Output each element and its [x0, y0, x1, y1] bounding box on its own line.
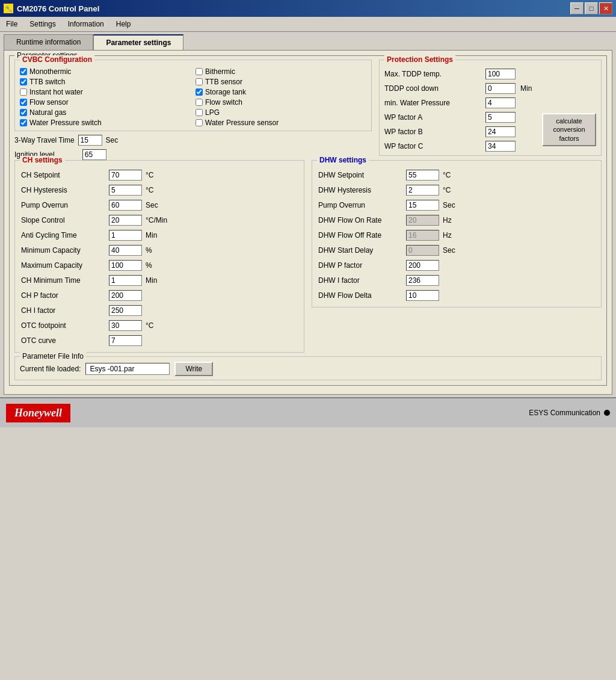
checkbox-ttb-sensor[interactable]: TTB sensor	[196, 78, 366, 86]
dhw-flow-on-rate-input[interactable]	[406, 215, 439, 226]
dhw-flow-off-rate-row: DHW Flow Off Rate Hz	[318, 230, 595, 241]
checkbox-lpg-input[interactable]	[196, 109, 203, 116]
prot-fields: Max. TDDP temp. TDDP cool down Min	[384, 65, 536, 152]
ch-max-capacity-label: Maximum Capacity	[21, 261, 105, 270]
prot-min-water-pressure: min. Water Pressure	[384, 97, 536, 108]
menu-file[interactable]: File	[4, 19, 20, 29]
menu-help[interactable]: Help	[114, 19, 134, 29]
title-text: CM2076 Control Panel	[17, 4, 99, 13]
prot-max-tddp-input[interactable]	[485, 69, 516, 79]
right-section: Protection Settings Max. TDDP temp.	[379, 60, 602, 160]
dhw-i-factor-input[interactable]	[406, 275, 439, 286]
checkbox-flow-sensor-input[interactable]	[20, 99, 27, 106]
param-file-row: Current file loaded: Write	[20, 362, 596, 376]
three-way-travel-unit: Sec	[106, 136, 119, 144]
ch-otc-footpoint-label: OTC footpoint	[21, 321, 105, 330]
ch-min-capacity-input[interactable]	[109, 245, 142, 256]
ch-hysteresis-input[interactable]	[109, 185, 142, 196]
ch-pump-overrun-input[interactable]	[109, 200, 142, 211]
checkbox-flow-sensor[interactable]: Flow sensor	[20, 98, 191, 107]
dhw-start-delay-unit: Sec	[443, 246, 455, 255]
ch-setpoint-input[interactable]	[109, 170, 142, 181]
dhw-pump-overrun-input[interactable]	[406, 200, 439, 211]
checkbox-monothermic[interactable]: Monothermic	[20, 67, 191, 76]
ch-min-time-input[interactable]	[109, 275, 142, 286]
checkbox-instant-hot-water-input[interactable]	[20, 88, 27, 96]
dhw-flow-on-rate-label: DHW Flow On Rate	[318, 216, 402, 224]
ch-setpoint-row: CH Setpoint °C	[21, 170, 298, 181]
dhw-setpoint-input[interactable]	[406, 170, 439, 181]
tab-runtime-information[interactable]: Runtime information	[4, 34, 93, 50]
checkbox-storage-tank-input[interactable]	[196, 88, 203, 96]
menu-bar: File Settings Information Help	[0, 17, 616, 32]
checkbox-monothermic-input[interactable]	[20, 68, 27, 75]
ch-min-time-label: CH Minimum Time	[21, 276, 105, 285]
prot-max-tddp-label: Max. TDDP temp.	[384, 70, 481, 78]
prot-wp-factor-b-input[interactable]	[485, 126, 516, 137]
checkbox-instant-hot-water[interactable]: Instant hot water	[20, 88, 191, 96]
checkbox-flow-switch[interactable]: Flow switch	[196, 98, 366, 107]
prot-tddp-cooldown-label: TDDP cool down	[384, 84, 481, 93]
minimize-button[interactable]: ─	[570, 2, 584, 14]
prot-wp-factor-b-label: WP factor B	[384, 128, 481, 136]
ch-max-capacity-row: Maximum Capacity %	[21, 260, 298, 271]
write-button[interactable]: Write	[174, 362, 213, 376]
dhw-p-factor-input[interactable]	[406, 260, 439, 271]
prot-wp-factor-c: WP factor C	[384, 141, 536, 152]
dhw-i-factor-row: DHW I factor	[318, 275, 595, 286]
dhw-flow-delta-input[interactable]	[406, 290, 439, 301]
ignition-level-input[interactable]	[82, 149, 106, 160]
prot-wp-factor-a-input[interactable]	[485, 112, 516, 123]
checkbox-ttb-sensor-input[interactable]	[196, 78, 203, 85]
checkbox-water-pressure-switch[interactable]: Water Pressure switch	[20, 119, 191, 127]
checkbox-bithermic[interactable]: Bithermic	[196, 67, 366, 76]
ch-otc-footpoint-input[interactable]	[109, 320, 142, 331]
checkbox-ttb-switch-input[interactable]	[20, 78, 27, 85]
dhw-flow-delta-label: DHW Flow Delta	[318, 291, 402, 300]
title-bar: 🔧 CM2076 Control Panel ─ □ ✕	[0, 0, 616, 17]
checkbox-flow-switch-input[interactable]	[196, 99, 203, 106]
checkbox-ttb-switch[interactable]: TTB switch	[20, 78, 191, 86]
checkbox-bithermic-input[interactable]	[196, 68, 203, 75]
checkbox-water-pressure-sensor-input[interactable]	[196, 119, 203, 126]
prot-tddp-cooldown-input[interactable]	[485, 83, 516, 94]
ch-anti-cycling-input[interactable]	[109, 230, 142, 241]
menu-information[interactable]: Information	[66, 19, 106, 29]
checkbox-storage-tank[interactable]: Storage tank	[196, 88, 366, 96]
checkbox-lpg[interactable]: LPG	[196, 108, 366, 117]
ch-p-factor-input[interactable]	[109, 290, 142, 301]
dhw-hysteresis-input[interactable]	[406, 185, 439, 196]
ch-otc-footpoint-row: OTC footpoint °C	[21, 320, 298, 331]
param-file-input[interactable]	[85, 363, 170, 375]
title-bar-left: 🔧 CM2076 Control Panel	[4, 4, 99, 13]
ch-pump-overrun-label: Pump Overrun	[21, 201, 105, 209]
dhw-flow-off-rate-input[interactable]	[406, 230, 439, 241]
dhw-start-delay-input[interactable]	[406, 245, 439, 256]
ch-i-factor-input[interactable]	[109, 305, 142, 316]
ch-slope-control-input[interactable]	[109, 215, 142, 226]
cvbc-config-label: CVBC Configuration	[20, 55, 94, 64]
ch-settings-label: CH settings	[20, 156, 65, 164]
maximize-button[interactable]: □	[585, 2, 598, 14]
ch-otc-curve-input[interactable]	[109, 335, 142, 346]
ch-min-capacity-label: Minimum Capacity	[21, 246, 105, 255]
ch-min-time-unit: Min	[146, 276, 157, 285]
footer-status-text: ESYS Communication	[529, 409, 600, 417]
close-button[interactable]: ✕	[599, 2, 612, 14]
bottom-section: CH settings CH Setpoint °C CH Hysteresis…	[14, 160, 602, 353]
checkbox-bithermic-label: Bithermic	[205, 67, 235, 76]
ch-slope-control-row: Slope Control °C/Min	[21, 215, 298, 226]
ch-setpoint-unit: °C	[146, 171, 153, 179]
checkbox-natural-gas[interactable]: Natural gas	[20, 108, 191, 117]
prot-wp-factor-c-input[interactable]	[485, 141, 516, 152]
tab-parameter-settings[interactable]: Parameter settings	[93, 34, 183, 50]
three-way-travel-input[interactable]	[78, 135, 102, 146]
ch-max-capacity-input[interactable]	[109, 260, 142, 271]
checkbox-water-pressure-switch-input[interactable]	[20, 119, 27, 126]
checkbox-water-pressure-sensor[interactable]: Water Pressure sensor	[196, 119, 366, 127]
prot-min-water-pressure-input[interactable]	[485, 97, 516, 108]
main-content: Parameter settings CVBC Configuration Mo…	[4, 50, 612, 395]
checkbox-natural-gas-input[interactable]	[20, 109, 27, 116]
calculate-conversion-button[interactable]: calculate conversion factors	[542, 113, 596, 146]
menu-settings[interactable]: Settings	[27, 19, 58, 29]
